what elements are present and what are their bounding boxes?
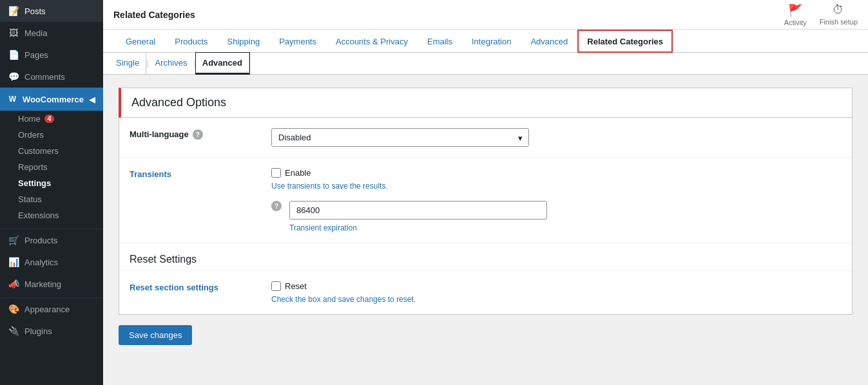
- transient-expiration-input[interactable]: [289, 201, 547, 220]
- sidebar-item-customers[interactable]: Customers: [0, 143, 103, 159]
- main-content: Related Categories 🚩 Activity ⏱ Finish s…: [103, 0, 868, 385]
- transients-label: Transients: [130, 168, 271, 179]
- activity-icon: 🚩: [788, 3, 802, 17]
- tab-general[interactable]: General: [116, 30, 165, 53]
- transient-expiration-input-group: Transient expiration: [289, 201, 547, 232]
- comments-icon: 💬: [8, 71, 19, 82]
- reset-section-label: Reset section settings: [130, 281, 271, 292]
- settings-row-reset: Reset section settings Reset Check the b…: [119, 271, 852, 314]
- page-title: Related Categories: [113, 10, 195, 20]
- settings-content: Advanced Options Multi-language ? Disabl…: [103, 75, 868, 368]
- sidebar: 📝 Posts 🖼 Media 📄 Pages 💬 Comments W Woo…: [0, 0, 103, 385]
- settings-row-transients: Transients Enable Use transients to save…: [119, 158, 852, 243]
- sidebar-item-media[interactable]: 🖼 Media: [0, 22, 103, 44]
- analytics-icon: 📊: [8, 256, 19, 268]
- sidebar-woocommerce[interactable]: W WooCommerce ◀: [0, 88, 103, 111]
- sidebar-item-marketing[interactable]: 📣 Marketing: [0, 273, 103, 295]
- appearance-icon: 🎨: [8, 303, 19, 315]
- transient-expiration-description: Transient expiration: [289, 223, 547, 232]
- multi-language-label: Multi-language ?: [130, 128, 271, 140]
- posts-icon: 📝: [8, 5, 19, 17]
- transients-enable-checkbox[interactable]: [271, 168, 281, 178]
- section-heading-advanced: Advanced Options: [119, 88, 853, 118]
- settings-table: Multi-language ? Disabled Enabled: [119, 118, 853, 315]
- subtabs: Single | Archives | Advanced: [103, 53, 868, 75]
- transients-field: Enable Use transients to save the result…: [271, 168, 842, 232]
- reset-checkbox-label[interactable]: Reset: [271, 281, 842, 291]
- reset-checkbox[interactable]: [271, 281, 281, 291]
- sidebar-item-pages[interactable]: 📄 Pages: [0, 44, 103, 66]
- subtab-single[interactable]: Single: [116, 53, 146, 74]
- subtab-archives[interactable]: Archives: [149, 53, 194, 74]
- multi-language-dropdown-wrapper: Disabled Enabled: [271, 128, 529, 147]
- multi-language-help-icon[interactable]: ?: [193, 129, 203, 140]
- activity-button[interactable]: 🚩 Activity: [784, 3, 807, 26]
- transients-description: Use transients to save the results.: [271, 182, 842, 191]
- plugins-icon: 🔌: [8, 325, 19, 337]
- transients-enable-label[interactable]: Enable: [271, 168, 842, 178]
- sidebar-item-analytics[interactable]: 📊 Analytics: [0, 251, 103, 273]
- sidebar-item-posts[interactable]: 📝 Posts: [0, 0, 103, 22]
- sidebar-item-plugins[interactable]: 🔌 Plugins: [0, 320, 103, 342]
- content-area: General Products Shipping Payments Accou…: [103, 30, 868, 385]
- save-changes-button[interactable]: Save changes: [119, 325, 192, 345]
- sidebar-item-appearance[interactable]: 🎨 Appearance: [0, 298, 103, 320]
- topbar-actions: 🚩 Activity ⏱ Finish setup: [784, 3, 858, 26]
- products-icon: 🛒: [8, 234, 19, 246]
- finish-setup-icon: ⏱: [833, 3, 844, 17]
- sidebar-item-reports[interactable]: Reports: [0, 159, 103, 175]
- subtab-advanced[interactable]: Advanced: [196, 53, 249, 74]
- sidebar-item-orders[interactable]: Orders: [0, 127, 103, 143]
- woocommerce-collapse-icon: ◀: [89, 95, 95, 104]
- transient-expiration-group: ? Transient expiration: [271, 201, 842, 232]
- media-icon: 🖼: [8, 27, 19, 39]
- main-tabs: General Products Shipping Payments Accou…: [103, 30, 868, 53]
- topbar: Related Categories 🚩 Activity ⏱ Finish s…: [103, 0, 868, 30]
- tab-integration[interactable]: Integration: [462, 30, 521, 53]
- tab-emails[interactable]: Emails: [418, 30, 462, 53]
- multi-language-field: Disabled Enabled: [271, 128, 842, 147]
- tab-related-categories[interactable]: Related Categories: [577, 30, 673, 53]
- sidebar-item-comments[interactable]: 💬 Comments: [0, 66, 103, 88]
- reset-settings-heading: Reset Settings: [119, 243, 852, 271]
- marketing-icon: 📣: [8, 278, 19, 290]
- woocommerce-icon: W: [8, 93, 17, 106]
- reset-description: Check the box and save changes to reset.: [271, 295, 842, 304]
- sidebar-item-status[interactable]: Status: [0, 191, 103, 207]
- settings-row-multi-language: Multi-language ? Disabled Enabled: [119, 118, 852, 158]
- tab-products[interactable]: Products: [165, 30, 217, 53]
- tab-accounts-privacy[interactable]: Accounts & Privacy: [326, 30, 418, 53]
- tab-advanced[interactable]: Advanced: [521, 30, 577, 53]
- sidebar-item-products[interactable]: 🛒 Products: [0, 229, 103, 251]
- pages-icon: 📄: [8, 49, 19, 61]
- finish-setup-button[interactable]: ⏱ Finish setup: [820, 3, 858, 26]
- tab-payments[interactable]: Payments: [269, 30, 326, 53]
- sidebar-item-extensions[interactable]: Extensions: [0, 207, 103, 223]
- reset-section-field: Reset Check the box and save changes to …: [271, 281, 842, 304]
- sidebar-item-settings[interactable]: Settings: [0, 175, 103, 191]
- sidebar-item-home[interactable]: Home 4: [0, 111, 103, 127]
- transient-expiration-help-icon[interactable]: ?: [271, 201, 282, 211]
- multi-language-select[interactable]: Disabled Enabled: [271, 128, 529, 147]
- tab-shipping[interactable]: Shipping: [218, 30, 270, 53]
